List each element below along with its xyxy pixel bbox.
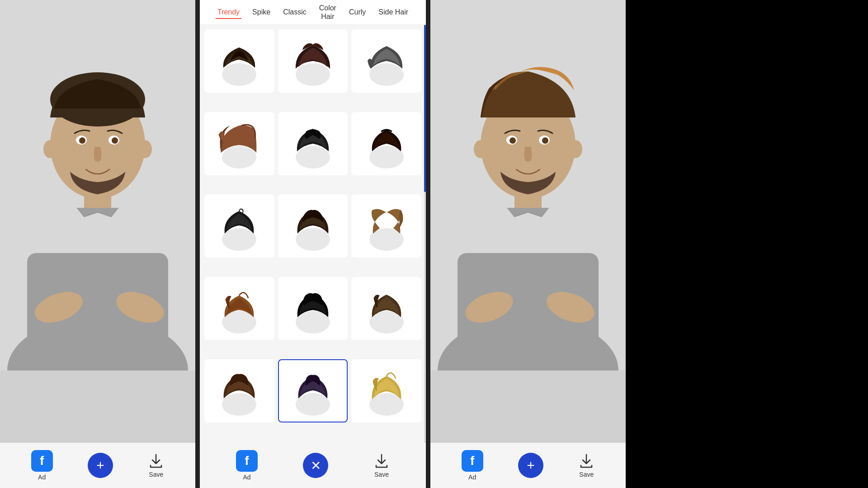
center-ad-button[interactable]: f Ad bbox=[236, 450, 258, 481]
tab-curly[interactable]: Curly bbox=[347, 5, 368, 19]
svg-point-20 bbox=[222, 228, 256, 251]
center-save-label: Save bbox=[374, 471, 389, 478]
hair-item-3[interactable] bbox=[351, 29, 421, 93]
right-save-label: Save bbox=[579, 471, 594, 478]
nav-tabs: Trendy Spike Classic ColorHair Curly Sid… bbox=[200, 0, 426, 25]
svg-point-15 bbox=[296, 63, 330, 86]
close-button[interactable]: ✕ bbox=[303, 453, 328, 478]
left-save-icon bbox=[148, 453, 164, 469]
hair-item-4[interactable] bbox=[204, 112, 274, 175]
hair-style-3-icon bbox=[364, 36, 409, 86]
right-spacer bbox=[626, 0, 868, 488]
center-save-icon bbox=[373, 453, 390, 469]
right-separator bbox=[426, 0, 430, 488]
right-save-icon bbox=[578, 453, 594, 469]
tab-spike[interactable]: Spike bbox=[250, 5, 272, 19]
svg-point-17 bbox=[222, 146, 256, 169]
right-ad-button[interactable]: f Ad bbox=[462, 450, 483, 481]
hair-style-12-icon bbox=[364, 284, 409, 333]
right-ad-label: Ad bbox=[468, 474, 476, 481]
tab-side-hair[interactable]: Side Hair bbox=[377, 5, 410, 19]
hair-item-5[interactable] bbox=[278, 112, 348, 175]
hair-style-11-icon bbox=[290, 284, 335, 333]
svg-point-39 bbox=[542, 137, 548, 144]
center-panel: Trendy Spike Classic ColorHair Curly Sid… bbox=[200, 0, 426, 488]
hair-style-6-icon bbox=[364, 119, 409, 169]
hair-style-14-icon bbox=[290, 366, 335, 416]
hair-style-13-icon bbox=[217, 366, 262, 416]
svg-point-27 bbox=[296, 393, 330, 416]
left-facebook-icon[interactable]: f bbox=[31, 450, 53, 472]
hair-style-5-icon bbox=[290, 119, 335, 169]
svg-point-19 bbox=[369, 146, 404, 169]
hair-item-9[interactable] bbox=[351, 194, 421, 258]
svg-point-41 bbox=[569, 140, 582, 158]
left-save-button[interactable]: Save bbox=[148, 453, 164, 478]
svg-point-11 bbox=[112, 137, 118, 144]
tab-trendy[interactable]: Trendy bbox=[216, 5, 241, 19]
hair-style-4-icon bbox=[217, 119, 262, 169]
svg-point-14 bbox=[222, 63, 256, 86]
center-bottom-bar: f Ad ✕ Save bbox=[200, 443, 426, 488]
scroll-indicator bbox=[424, 25, 426, 443]
hair-item-12[interactable] bbox=[351, 277, 421, 340]
svg-point-38 bbox=[509, 137, 516, 144]
right-panel: f Ad + Save bbox=[430, 0, 626, 488]
hair-item-15[interactable] bbox=[351, 359, 421, 422]
hair-item-6[interactable] bbox=[351, 112, 421, 175]
svg-point-10 bbox=[79, 137, 85, 144]
hair-item-14[interactable] bbox=[278, 359, 348, 422]
right-bottom-bar: f Ad + Save bbox=[430, 443, 626, 488]
svg-point-12 bbox=[43, 140, 57, 158]
left-bottom-bar: f Ad + Save bbox=[0, 443, 195, 488]
svg-point-26 bbox=[222, 393, 256, 416]
center-save-button[interactable]: Save bbox=[373, 453, 390, 478]
hair-style-7-icon bbox=[217, 201, 262, 251]
right-save-button[interactable]: Save bbox=[578, 453, 594, 478]
left-panel: f Ad + Save bbox=[0, 0, 195, 488]
svg-point-18 bbox=[296, 146, 330, 169]
right-facebook-icon[interactable]: f bbox=[462, 450, 483, 472]
hair-style-2-icon bbox=[290, 36, 335, 86]
hair-item-10[interactable] bbox=[204, 277, 274, 340]
left-person-image bbox=[0, 0, 195, 371]
scroll-thumb bbox=[424, 25, 426, 192]
right-plus-button[interactable]: + bbox=[518, 453, 543, 478]
hair-item-1[interactable] bbox=[204, 29, 274, 93]
left-save-label: Save bbox=[149, 471, 163, 478]
hair-grid bbox=[200, 25, 426, 443]
hair-item-13[interactable] bbox=[204, 359, 274, 422]
center-facebook-icon[interactable]: f bbox=[236, 450, 258, 472]
center-ad-label: Ad bbox=[243, 474, 250, 481]
right-person-image bbox=[430, 0, 626, 371]
hair-style-10-icon bbox=[217, 284, 262, 333]
hair-style-8-icon bbox=[290, 201, 335, 251]
tab-color-hair[interactable]: ColorHair bbox=[317, 1, 338, 23]
hair-item-11[interactable] bbox=[278, 277, 348, 340]
svg-point-16 bbox=[369, 63, 404, 86]
svg-point-13 bbox=[138, 140, 152, 158]
left-ad-button[interactable]: f Ad bbox=[31, 450, 53, 481]
hair-style-15-icon bbox=[364, 366, 409, 416]
hair-style-9-icon bbox=[364, 201, 409, 251]
left-separator bbox=[195, 0, 200, 488]
hair-item-2[interactable] bbox=[278, 29, 348, 93]
hair-item-8[interactable] bbox=[278, 194, 348, 258]
left-ad-label: Ad bbox=[38, 474, 46, 481]
hair-item-7[interactable] bbox=[204, 194, 274, 258]
hair-style-1-icon bbox=[217, 36, 262, 86]
svg-point-40 bbox=[474, 140, 487, 158]
svg-point-21 bbox=[296, 228, 330, 251]
tab-classic[interactable]: Classic bbox=[281, 5, 308, 19]
left-plus-button[interactable]: + bbox=[88, 453, 113, 478]
